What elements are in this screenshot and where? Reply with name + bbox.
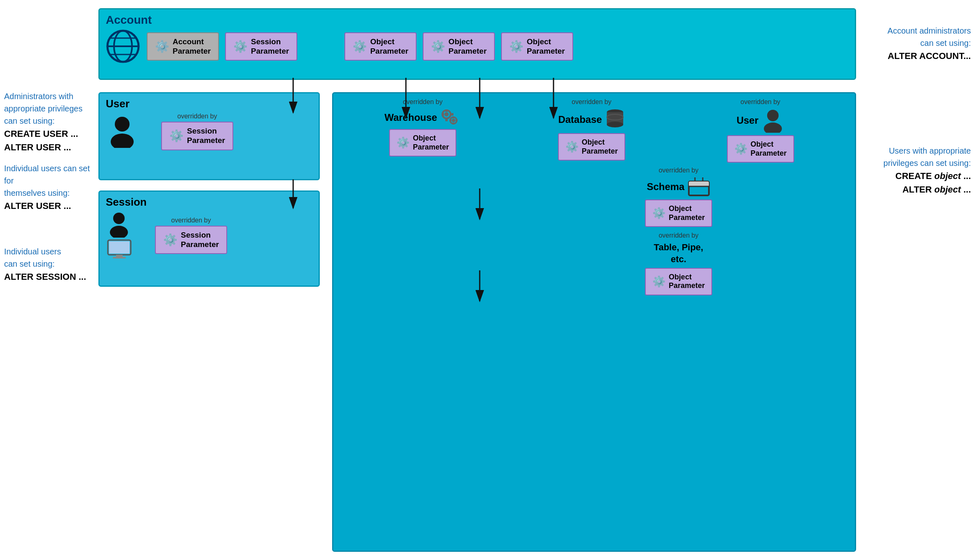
database-label: Database — [558, 114, 602, 125]
left-section-2: Individual users can set for themselves … — [4, 162, 94, 213]
monitor-icon — [107, 239, 132, 260]
user-box: User overridden by ⚙️ SessionParameter — [98, 92, 320, 180]
globe-icon — [106, 29, 141, 64]
warehouse-column: overridden by Warehouse — [338, 98, 507, 163]
user-person-icon — [106, 115, 139, 148]
user-objects-label: User — [736, 115, 758, 126]
svg-point-7 — [113, 213, 125, 224]
gear-icon: ⚙️ — [155, 40, 169, 53]
gear-icon: ⚙️ — [652, 207, 665, 220]
svg-rect-15 — [445, 109, 448, 112]
gear-icon: ⚙️ — [233, 40, 248, 53]
svg-rect-18 — [451, 113, 453, 116]
svg-point-30 — [764, 122, 782, 133]
objects-box: overridden by Warehouse — [332, 92, 856, 552]
warehouse-object-param: ⚙️ ObjectParameter — [389, 129, 456, 156]
warehouse-icon — [440, 108, 461, 127]
database-object-param: ⚙️ ObjectParameter — [558, 133, 625, 161]
gear-icon: ⚙️ — [652, 275, 665, 288]
right-panel: Account administrators can set using: AL… — [860, 25, 971, 196]
table-overridden-by: overridden by — [658, 232, 698, 239]
user-objects-column: overridden by User ⚙️ ObjectParameter — [676, 98, 845, 163]
svg-rect-22 — [452, 122, 454, 125]
schema-label: Schema — [647, 181, 684, 193]
svg-rect-10 — [109, 241, 130, 254]
account-object-param-3: ⚙️ ObjectParameter — [501, 32, 573, 61]
account-label: Account — [106, 14, 849, 27]
svg-point-5 — [115, 117, 130, 131]
left-section-3: Individual users can set using: ALTER SE… — [4, 245, 94, 283]
diagram-area: Account ⚙️ AccountParameter ⚙️ — [98, 8, 856, 552]
database-overridden-by: overridden by — [572, 98, 611, 106]
account-box: Account ⚙️ AccountParameter ⚙️ — [98, 8, 856, 80]
warehouse-overridden-by: overridden by — [403, 98, 442, 106]
gear-icon: ⚙️ — [353, 40, 367, 53]
right-section-1: Account administrators can set using: AL… — [860, 25, 971, 63]
svg-point-27 — [607, 122, 623, 127]
user-overridden-by-text: overridden by — [178, 113, 217, 120]
account-object-param-2: ⚙️ ObjectParameter — [423, 32, 495, 61]
svg-rect-12 — [113, 257, 126, 258]
schema-icon — [688, 177, 710, 197]
database-icon — [605, 108, 625, 131]
session-overridden-by-text: overridden by — [171, 217, 211, 224]
gear-icon: ⚙️ — [396, 136, 410, 149]
table-pipe-label: Table, Pipe,etc. — [654, 242, 704, 265]
svg-point-14 — [444, 112, 449, 116]
svg-point-20 — [452, 119, 455, 122]
account-session-parameter-box: ⚙️ SessionParameter — [225, 32, 297, 61]
session-person-icon — [106, 211, 132, 238]
gear-icon: ⚙️ — [734, 143, 747, 155]
user-session-parameter-box: ⚙️ SessionParameter — [161, 122, 233, 150]
svg-rect-23 — [449, 119, 451, 121]
table-object-param: ⚙️ ObjectParameter — [645, 268, 712, 295]
account-object-param-1: ⚙️ ObjectParameter — [344, 32, 417, 61]
right-section-2: Users with appropriate privileges can se… — [860, 145, 971, 196]
gear-icon: ⚙️ — [431, 40, 445, 53]
svg-rect-17 — [442, 113, 444, 116]
user-objects-overridden-by: overridden by — [740, 98, 780, 106]
warehouse-label: Warehouse — [385, 112, 437, 123]
svg-point-6 — [111, 134, 134, 148]
schema-overridden-by: overridden by — [658, 167, 698, 174]
user-label: User — [106, 97, 312, 110]
session-label: Session — [106, 196, 312, 209]
gear-icon: ⚙️ — [509, 40, 524, 53]
user-objects-icon — [762, 108, 784, 133]
database-column: overridden by Database ⚙️ Object — [507, 98, 676, 163]
svg-point-8 — [110, 226, 128, 238]
gear-icon: ⚙️ — [565, 141, 579, 153]
svg-rect-21 — [452, 116, 454, 118]
svg-point-29 — [767, 110, 779, 121]
svg-rect-24 — [456, 119, 458, 121]
svg-rect-16 — [445, 119, 448, 121]
schema-object-param: ⚙️ ObjectParameter — [645, 200, 712, 227]
gear-icon: ⚙️ — [163, 233, 178, 247]
session-session-parameter-box: ⚙️ SessionParameter — [155, 226, 227, 254]
svg-rect-32 — [689, 181, 709, 186]
gear-icon: ⚙️ — [169, 129, 184, 143]
session-box: Session — [98, 190, 320, 287]
svg-rect-11 — [116, 255, 123, 257]
left-section-1: Administrators with appropriate privileg… — [4, 90, 94, 154]
user-objects-object-param: ⚙️ ObjectParameter — [727, 135, 794, 163]
left-panel: Administrators with appropriate privileg… — [4, 90, 94, 283]
account-parameter-box: ⚙️ AccountParameter — [147, 32, 219, 61]
